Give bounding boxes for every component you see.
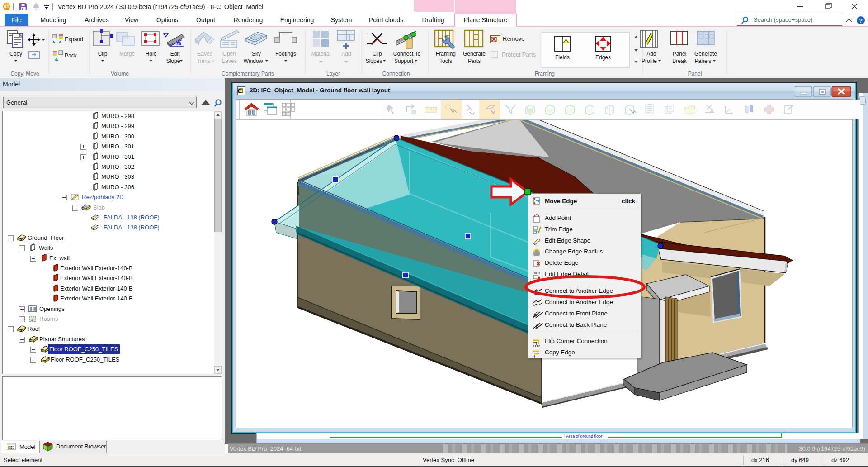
svg-text:Open: Open: [222, 51, 236, 57]
svg-text:Pack: Pack: [65, 52, 77, 59]
svg-text:Slope: Slope: [166, 58, 180, 64]
svg-text:FLIP: FLIP: [533, 344, 540, 348]
svg-text:Clip: Clip: [373, 51, 382, 57]
svg-text:Clip: Clip: [98, 51, 108, 57]
svg-text:Framing: Framing: [436, 51, 456, 57]
svg-text:Parts: Parts: [468, 58, 481, 64]
svg-text:Complementary Parts: Complementary Parts: [222, 71, 274, 77]
svg-text:Volume: Volume: [111, 71, 129, 77]
svg-text:Connection: Connection: [382, 71, 410, 77]
svg-text:Trims: Trims: [197, 58, 210, 64]
svg-text:Eaves: Eaves: [222, 58, 236, 64]
svg-text:?: ?: [859, 17, 863, 24]
svg-text:Expand: Expand: [65, 36, 83, 43]
svg-text:Fields: Fields: [555, 54, 570, 61]
svg-text:Protect Parts: Protect Parts: [502, 51, 536, 58]
svg-text:Window: Window: [244, 58, 263, 64]
svg-text:Generate: Generate: [463, 51, 486, 57]
svg-text:Profile: Profile: [642, 58, 657, 64]
svg-text:Panels: Panels: [695, 58, 712, 64]
svg-text:Generate: Generate: [694, 51, 717, 57]
svg-text:Eaves: Eaves: [197, 51, 212, 57]
svg-text:Edit: Edit: [170, 51, 180, 57]
svg-text:BD: BD: [4, 5, 9, 9]
svg-text:Merge: Merge: [119, 51, 135, 57]
svg-text:Footings: Footings: [275, 51, 296, 57]
svg-text:Panel: Panel: [673, 51, 687, 57]
svg-text:Support: Support: [394, 58, 414, 64]
svg-text:Layer: Layer: [326, 71, 340, 77]
svg-text:Tools: Tools: [439, 58, 452, 64]
svg-text:Add: Add: [341, 51, 351, 57]
svg-text:Add: Add: [646, 51, 656, 57]
svg-text:Break: Break: [672, 58, 687, 64]
svg-text:Sky: Sky: [252, 51, 261, 57]
svg-text:Copy: Copy: [9, 51, 22, 57]
svg-text:Edges: Edges: [595, 54, 611, 61]
svg-text:Remove: Remove: [503, 35, 524, 42]
svg-text:25: 25: [176, 41, 182, 46]
svg-text:Hole: Hole: [146, 51, 157, 57]
svg-text:Copy, Move: Copy, Move: [10, 71, 39, 77]
svg-text:Panel: Panel: [688, 71, 702, 77]
svg-text:Material: Material: [311, 51, 331, 57]
svg-text:Framing: Framing: [535, 71, 555, 77]
svg-text:Slopes: Slopes: [366, 58, 382, 64]
svg-text:Connect To: Connect To: [393, 51, 421, 57]
